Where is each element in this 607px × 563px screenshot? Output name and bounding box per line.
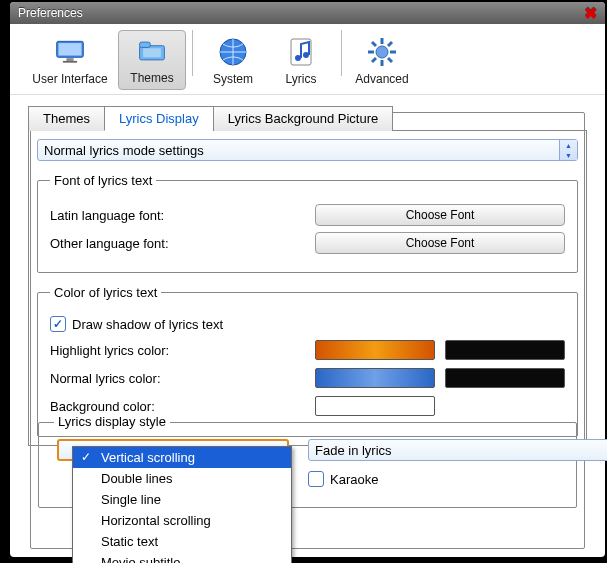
toolbar-system[interactable]: System	[199, 32, 267, 90]
svg-line-19	[372, 58, 376, 62]
normal-color-swatch-2[interactable]	[445, 368, 565, 388]
tab-lyrics-display[interactable]: Lyrics Display	[104, 106, 214, 131]
karaoke-label: Karaoke	[330, 472, 378, 487]
color-legend: Color of lyrics text	[50, 285, 161, 300]
toolbar-separator	[192, 30, 193, 76]
svg-rect-2	[66, 58, 73, 61]
font-label: Other language font:	[50, 236, 280, 251]
window-title: Preferences	[18, 6, 584, 20]
choose-font-button[interactable]: Choose Font	[315, 232, 565, 254]
normal-color-swatch-1[interactable]	[315, 368, 435, 388]
content-area: ThemesLyrics DisplayLyrics Background Pi…	[10, 95, 605, 456]
toolbar: User InterfaceThemesSystemLyricsAdvanced	[10, 24, 605, 95]
toolbar-label: Lyrics	[286, 72, 317, 86]
svg-rect-5	[140, 42, 151, 47]
svg-line-16	[372, 42, 376, 46]
scroll-style-options[interactable]: Vertical scrollingDouble linesSingle lin…	[72, 446, 292, 563]
tab-themes[interactable]: Themes	[28, 106, 105, 131]
svg-rect-6	[143, 48, 161, 57]
option-horizontal-scrolling[interactable]: Horizontal scrolling	[73, 510, 291, 531]
fade-select-value: Fade in lyrics	[315, 443, 392, 458]
note-icon	[285, 36, 317, 68]
toolbar-separator	[341, 30, 342, 76]
option-vertical-scrolling[interactable]: Vertical scrolling	[73, 447, 291, 468]
svg-rect-1	[58, 43, 81, 55]
tabs-panel: Normal lyrics mode settings ▲▼ Font of l…	[28, 130, 587, 446]
font-fieldset: Font of lyrics text Latin language font:…	[37, 173, 578, 273]
mode-select-value: Normal lyrics mode settings	[44, 143, 204, 158]
toolbar-advanced[interactable]: Advanced	[348, 32, 416, 90]
shadow-checkbox[interactable]	[50, 316, 66, 332]
fade-select[interactable]: Fade in lyrics ▲▼	[308, 439, 607, 461]
toolbar-lyrics[interactable]: Lyrics	[267, 32, 335, 90]
globe-icon	[217, 36, 249, 68]
tab-lyrics-background-picture[interactable]: Lyrics Background Picture	[213, 106, 394, 131]
svg-rect-3	[63, 61, 77, 63]
shadow-label: Draw shadow of lyrics text	[72, 317, 223, 332]
font-legend: Font of lyrics text	[50, 173, 156, 188]
option-movie-subtitle[interactable]: Movie subtitle	[73, 552, 291, 563]
monitor-icon	[54, 36, 86, 68]
background-color-swatch[interactable]	[315, 396, 435, 416]
svg-point-11	[376, 46, 388, 58]
preferences-window: Preferences ✖ User InterfaceThemesSystem…	[10, 2, 605, 557]
toolbar-user-interface[interactable]: User Interface	[22, 32, 118, 90]
normal-color-label: Normal lyrics color:	[50, 371, 280, 386]
option-double-lines[interactable]: Double lines	[73, 468, 291, 489]
tabs-strip: ThemesLyrics DisplayLyrics Background Pi…	[28, 106, 587, 131]
close-button[interactable]: ✖	[584, 4, 597, 23]
background-color-label: Background color:	[50, 399, 280, 414]
highlight-color-swatch-2[interactable]	[445, 340, 565, 360]
display-legend: Lyrics display style	[54, 414, 170, 429]
highlight-color-label: Highlight lyrics color:	[50, 343, 280, 358]
toolbar-label: System	[213, 72, 253, 86]
toolbar-label: Themes	[130, 71, 173, 85]
stepper-icon: ▲▼	[559, 140, 577, 160]
highlight-color-swatch-1[interactable]	[315, 340, 435, 360]
toolbar-label: Advanced	[355, 72, 408, 86]
mode-select[interactable]: Normal lyrics mode settings ▲▼	[37, 139, 578, 161]
option-static-text[interactable]: Static text	[73, 531, 291, 552]
choose-font-button[interactable]: Choose Font	[315, 204, 565, 226]
svg-line-17	[388, 58, 392, 62]
toolbar-label: User Interface	[32, 72, 107, 86]
svg-line-18	[388, 42, 392, 46]
font-label: Latin language font:	[50, 208, 280, 223]
gear-icon	[366, 36, 398, 68]
toolbar-themes[interactable]: Themes	[118, 30, 186, 90]
folder-icon	[136, 35, 168, 67]
karaoke-checkbox[interactable]	[308, 471, 324, 487]
option-single-line[interactable]: Single line	[73, 489, 291, 510]
karaoke-row: Karaoke	[308, 471, 378, 487]
titlebar: Preferences ✖	[10, 2, 605, 24]
